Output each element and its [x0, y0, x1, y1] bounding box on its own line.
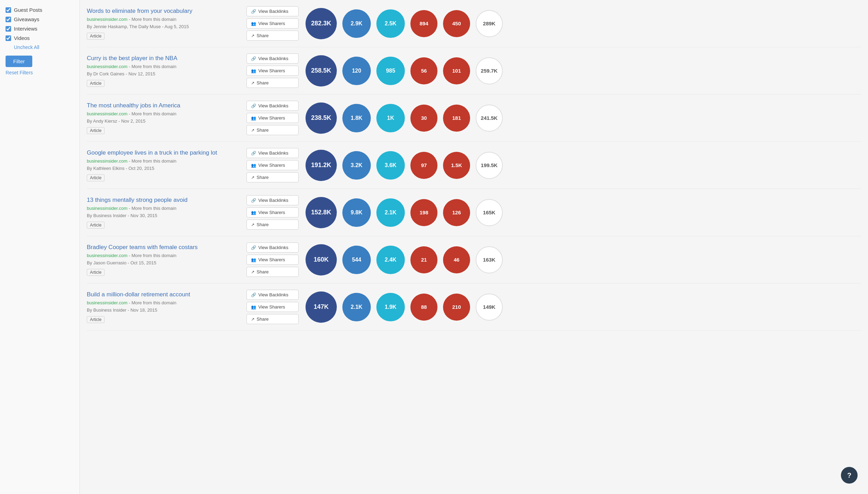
share-icon: ↗: [251, 270, 254, 274]
article-info: Bradley Cooper teams with female costars…: [87, 244, 240, 275]
view-backlinks-label: View Backlinks: [258, 150, 288, 156]
stat-total: 147K: [306, 291, 337, 323]
stat-twitter: 1.9K: [376, 293, 405, 321]
help-button[interactable]: ?: [841, 467, 858, 484]
article-domain-suffix: - More from this domain: [129, 17, 176, 22]
filter-button[interactable]: Filter: [6, 56, 32, 67]
share-button[interactable]: ↗ Share: [247, 267, 299, 277]
article-title[interactable]: Build a million-dollar retirement accoun…: [87, 291, 240, 298]
stat-pinterest: 450: [443, 10, 470, 37]
article-domain: businessinsider.com: [87, 206, 127, 211]
view-backlinks-label: View Backlinks: [258, 56, 288, 61]
sidebar-item-interviews[interactable]: Interviews: [6, 26, 74, 32]
stat-linkedin: 198: [410, 199, 437, 226]
stat-twitter: 985: [376, 57, 405, 85]
article-tag: Article: [87, 222, 105, 229]
view-backlinks-button[interactable]: 🔗 View Backlinks: [247, 148, 299, 158]
article-byline: By Dr Cork Gaines - Nov 12, 2015: [87, 71, 240, 76]
article-domain-meta: businessinsider.com - More from this dom…: [87, 111, 240, 116]
stat-facebook: 1.8K: [342, 104, 371, 132]
article-actions: 🔗 View Backlinks 👥 View Sharers ↗ Share: [247, 53, 299, 88]
article-title[interactable]: Words to eliminate from your vocabulary: [87, 7, 240, 15]
stat-backlinks: 165K: [476, 199, 503, 226]
view-backlinks-button[interactable]: 🔗 View Backlinks: [247, 242, 299, 253]
view-backlinks-button[interactable]: 🔗 View Backlinks: [247, 53, 299, 64]
view-sharers-button[interactable]: 👥 View Sharers: [247, 160, 299, 170]
sidebar: Guest Posts Giveaways Interviews Videos …: [0, 0, 80, 494]
checkbox-interviews[interactable]: [6, 26, 11, 32]
article-title[interactable]: The most unhealthy jobs in America: [87, 102, 240, 109]
article-info: The most unhealthy jobs in America busin…: [87, 102, 240, 134]
article-stats: 152.8K 9.8K 2.1K 198 126 165K: [306, 197, 861, 228]
stat-backlinks: 199.5K: [476, 152, 503, 179]
stat-total: 191.2K: [306, 150, 337, 181]
stat-linkedin: 30: [410, 105, 437, 132]
view-sharers-label: View Sharers: [258, 68, 285, 73]
stat-facebook: 2.1K: [342, 293, 371, 321]
checkbox-giveaways[interactable]: [6, 17, 11, 22]
view-sharers-label: View Sharers: [258, 304, 285, 310]
article-stats: 147K 2.1K 1.9K 88 210 149K: [306, 291, 861, 323]
view-sharers-button[interactable]: 👥 View Sharers: [247, 302, 299, 312]
label-guest-posts: Guest Posts: [14, 7, 42, 13]
sharers-icon: 👥: [251, 305, 256, 310]
article-tag: Article: [87, 33, 105, 40]
stat-linkedin: 97: [410, 152, 437, 179]
article-actions: 🔗 View Backlinks 👥 View Sharers ↗ Share: [247, 195, 299, 230]
article-info: Build a million-dollar retirement accoun…: [87, 291, 240, 323]
view-sharers-button[interactable]: 👥 View Sharers: [247, 207, 299, 217]
article-domain: businessinsider.com: [87, 17, 127, 22]
article-title[interactable]: 13 things mentally strong people avoid: [87, 196, 240, 204]
reset-filters-link[interactable]: Reset Filters: [6, 70, 74, 75]
main-content: Words to eliminate from your vocabulary …: [80, 0, 868, 494]
share-button[interactable]: ↗ Share: [247, 314, 299, 324]
view-sharers-button[interactable]: 👥 View Sharers: [247, 113, 299, 123]
view-backlinks-label: View Backlinks: [258, 103, 288, 108]
article-info: Words to eliminate from your vocabulary …: [87, 7, 240, 39]
view-sharers-button[interactable]: 👥 View Sharers: [247, 18, 299, 28]
article-actions: 🔗 View Backlinks 👥 View Sharers ↗ Share: [247, 148, 299, 182]
share-button[interactable]: ↗ Share: [247, 31, 299, 41]
article-actions: 🔗 View Backlinks 👥 View Sharers ↗ Share: [247, 290, 299, 324]
article-tag: Article: [87, 127, 105, 134]
checkbox-guest-posts[interactable]: [6, 7, 11, 13]
stat-twitter: 2.5K: [376, 9, 405, 38]
share-icon: ↗: [251, 317, 254, 322]
view-backlinks-label: View Backlinks: [258, 198, 288, 203]
view-sharers-button[interactable]: 👥 View Sharers: [247, 255, 299, 265]
view-backlinks-button[interactable]: 🔗 View Backlinks: [247, 6, 299, 16]
article-title[interactable]: Google employee lives in a truck in the …: [87, 149, 240, 157]
stat-linkedin: 894: [410, 10, 437, 37]
sidebar-item-videos[interactable]: Videos: [6, 35, 74, 41]
share-button[interactable]: ↗ Share: [247, 220, 299, 230]
uncheck-all-link[interactable]: Uncheck All: [14, 44, 74, 50]
backlinks-icon: 🔗: [251, 104, 256, 108]
view-backlinks-button[interactable]: 🔗 View Backlinks: [247, 290, 299, 300]
article-tag: Article: [87, 80, 105, 87]
view-backlinks-button[interactable]: 🔗 View Backlinks: [247, 101, 299, 111]
article-byline: By Kathleen Elkins - Oct 20, 2015: [87, 166, 240, 171]
backlinks-icon: 🔗: [251, 151, 256, 156]
sidebar-item-giveaways[interactable]: Giveaways: [6, 16, 74, 22]
article-stats: 282.3K 2.9K 2.5K 894 450 289K: [306, 8, 861, 39]
view-sharers-button[interactable]: 👥 View Sharers: [247, 66, 299, 76]
share-label: Share: [257, 269, 269, 274]
checkbox-videos[interactable]: [6, 35, 11, 41]
view-backlinks-button[interactable]: 🔗 View Backlinks: [247, 195, 299, 205]
article-domain-suffix: - More from this domain: [129, 300, 176, 305]
share-label: Share: [257, 222, 269, 227]
article-title[interactable]: Curry is the best player in the NBA: [87, 55, 240, 62]
view-sharers-label: View Sharers: [258, 115, 285, 121]
article-byline: By Business Insider - Nov 30, 2015: [87, 213, 240, 218]
share-label: Share: [257, 127, 269, 133]
article-title[interactable]: Bradley Cooper teams with female costars: [87, 244, 240, 251]
share-button[interactable]: ↗ Share: [247, 125, 299, 135]
share-button[interactable]: ↗ Share: [247, 172, 299, 182]
view-backlinks-label: View Backlinks: [258, 292, 288, 297]
view-backlinks-label: View Backlinks: [258, 245, 288, 250]
article-domain: businessinsider.com: [87, 300, 127, 305]
stat-total: 160K: [306, 244, 337, 275]
sidebar-item-guest-posts[interactable]: Guest Posts: [6, 7, 74, 13]
share-button[interactable]: ↗ Share: [247, 78, 299, 88]
article-domain-suffix: - More from this domain: [129, 253, 176, 258]
